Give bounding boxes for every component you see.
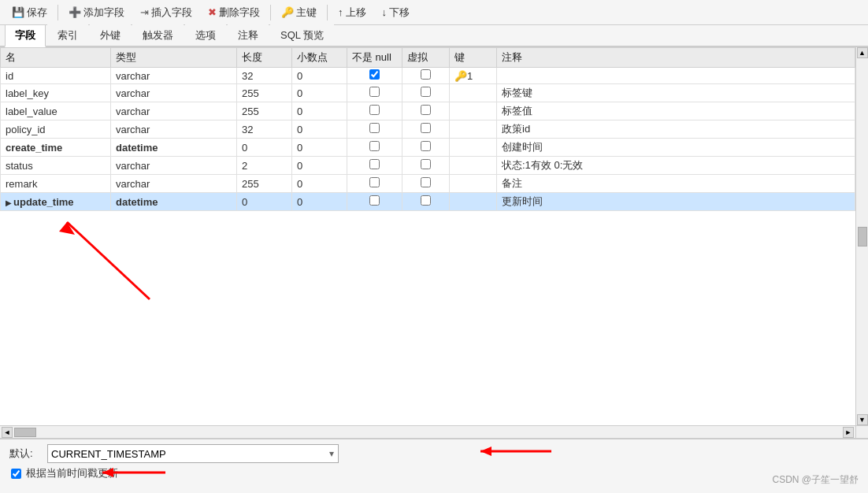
notnull-checkbox-3[interactable] [369, 123, 380, 133]
up-arrow-icon: ↑ [338, 6, 343, 18]
cell-name-1: label_key [1, 84, 111, 102]
checkbox-row: 根据当前时间戳更新 [9, 466, 859, 480]
main-content: 名 类型 长度 小数点 不是 null 虚拟 键 注释 idvarchar320… [0, 47, 868, 493]
cell-length-0: 32 [237, 68, 292, 84]
col-header-virtual: 虚拟 [402, 48, 450, 68]
cell-notnull-0 [347, 68, 402, 84]
add-field-button[interactable]: ➕ 添加字段 [61, 3, 132, 22]
tab-comment[interactable]: 注释 [228, 24, 269, 46]
table-row[interactable]: remarkvarchar2550备注 [1, 175, 855, 193]
scroll-up-button[interactable]: ▲ [857, 47, 868, 58]
cell-type-7: datetime [111, 193, 237, 211]
table-row[interactable]: label_keyvarchar2550标签键 [1, 84, 855, 102]
scroll-thumb[interactable] [858, 227, 867, 246]
move-down-button[interactable]: ↓ 下移 [375, 3, 417, 22]
table-container[interactable]: 名 类型 长度 小数点 不是 null 虚拟 键 注释 idvarchar320… [0, 47, 855, 425]
cell-key-5 [450, 157, 497, 175]
virtual-checkbox-4[interactable] [421, 141, 431, 151]
hscroll-thumb[interactable] [14, 428, 36, 437]
col-header-decimal: 小数点 [292, 48, 347, 68]
table-row[interactable]: create_timedatetime00创建时间 [1, 139, 855, 157]
scroll-right-button[interactable]: ► [843, 427, 854, 438]
cell-key-1 [450, 84, 497, 102]
cell-virtual-3 [402, 120, 450, 139]
table-row[interactable]: statusvarchar20状态:1有效 0:无效 [1, 157, 855, 175]
cell-length-3: 32 [237, 120, 292, 139]
move-up-button[interactable]: ↑ 上移 [331, 3, 373, 22]
insert-field-button[interactable]: ⇥ 插入字段 [133, 3, 199, 22]
virtual-checkbox-5[interactable] [421, 159, 431, 169]
tab-index[interactable]: 索引 [47, 24, 88, 46]
cell-length-6: 255 [237, 175, 292, 193]
cell-virtual-7 [402, 193, 450, 211]
virtual-checkbox-3[interactable] [421, 123, 431, 133]
virtual-checkbox-1[interactable] [421, 87, 431, 97]
vertical-scrollbar[interactable]: ▲ ▼ [855, 47, 868, 425]
tab-sql-preview[interactable]: SQL 预览 [270, 24, 334, 46]
virtual-checkbox-0[interactable] [421, 69, 431, 80]
toolbar: 💾 保存 ➕ 添加字段 ⇥ 插入字段 ✖ 删除字段 🔑 主键 ↑ 上移 ↓ 下移 [0, 0, 868, 25]
add-icon: ➕ [69, 6, 81, 18]
col-header-notnull: 不是 null [347, 48, 402, 68]
cell-key-4 [450, 139, 497, 157]
cell-type-2: varchar [111, 102, 237, 120]
virtual-checkbox-7[interactable] [421, 195, 431, 206]
cell-name-0: id [1, 68, 111, 84]
tab-fields[interactable]: 字段 [5, 24, 46, 47]
tab-options[interactable]: 选项 [185, 24, 226, 46]
save-button[interactable]: 💾 保存 [5, 3, 54, 22]
notnull-checkbox-6[interactable] [369, 177, 380, 187]
tab-bar: 字段 索引 外键 触发器 选项 注释 SQL 预览 [0, 25, 868, 47]
delete-field-button[interactable]: ✖ 删除字段 [201, 3, 267, 22]
cell-comment-0 [497, 68, 855, 84]
virtual-checkbox-6[interactable] [421, 177, 431, 187]
cell-notnull-5 [347, 157, 402, 175]
tab-foreign-key[interactable]: 外键 [90, 24, 131, 46]
scroll-down-button[interactable]: ▼ [857, 414, 868, 425]
cell-decimal-3: 0 [292, 120, 347, 139]
tab-trigger[interactable]: 触发器 [132, 24, 184, 46]
notnull-checkbox-0[interactable] [369, 69, 380, 80]
separator-2 [270, 5, 271, 20]
table-row[interactable]: label_valuevarchar2550标签值 [1, 102, 855, 120]
cell-virtual-2 [402, 102, 450, 120]
cell-decimal-0: 0 [292, 68, 347, 84]
cell-type-1: varchar [111, 84, 237, 102]
cell-type-3: varchar [111, 120, 237, 139]
col-header-comment: 注释 [497, 48, 855, 68]
cell-comment-6: 备注 [497, 175, 855, 193]
cell-decimal-4: 0 [292, 139, 347, 157]
default-select[interactable]: CURRENT_TIMESTAMP NULL 0000-00-00 00:00:… [47, 444, 339, 463]
cell-decimal-7: 0 [292, 193, 347, 211]
update-checkbox-label[interactable]: 根据当前时间戳更新 [26, 466, 118, 480]
cell-key-2 [450, 102, 497, 120]
cell-notnull-1 [347, 84, 402, 102]
delete-icon: ✖ [208, 6, 217, 18]
row-arrow-icon: ▶ [6, 198, 12, 207]
cell-key-7 [450, 193, 497, 211]
default-label: 默认: [9, 447, 41, 461]
key-icon: 🔑 [281, 6, 294, 18]
cell-decimal-2: 0 [292, 102, 347, 120]
notnull-checkbox-4[interactable] [369, 141, 380, 151]
scroll-left-button[interactable]: ◄ [2, 427, 13, 438]
notnull-checkbox-7[interactable] [369, 195, 380, 206]
horizontal-scrollbar[interactable]: ◄ ► [0, 426, 855, 438]
cell-name-2: label_value [1, 102, 111, 120]
notnull-checkbox-1[interactable] [369, 87, 380, 97]
cell-virtual-4 [402, 139, 450, 157]
table-row[interactable]: policy_idvarchar320政策id [1, 120, 855, 139]
update-checkbox[interactable] [11, 469, 21, 479]
table-row[interactable]: ▶update_timedatetime00更新时间 [1, 193, 855, 211]
cell-type-6: varchar [111, 175, 237, 193]
cell-comment-2: 标签值 [497, 102, 855, 120]
primary-key-button[interactable]: 🔑 主键 [274, 3, 324, 22]
table-header: 名 类型 长度 小数点 不是 null 虚拟 键 注释 [1, 48, 855, 68]
table-row[interactable]: idvarchar320🔑1 [1, 68, 855, 84]
notnull-checkbox-5[interactable] [369, 159, 380, 169]
virtual-checkbox-2[interactable] [421, 105, 431, 115]
cell-comment-1: 标签键 [497, 84, 855, 102]
notnull-checkbox-2[interactable] [369, 105, 380, 115]
cell-notnull-2 [347, 102, 402, 120]
cell-notnull-7 [347, 193, 402, 211]
